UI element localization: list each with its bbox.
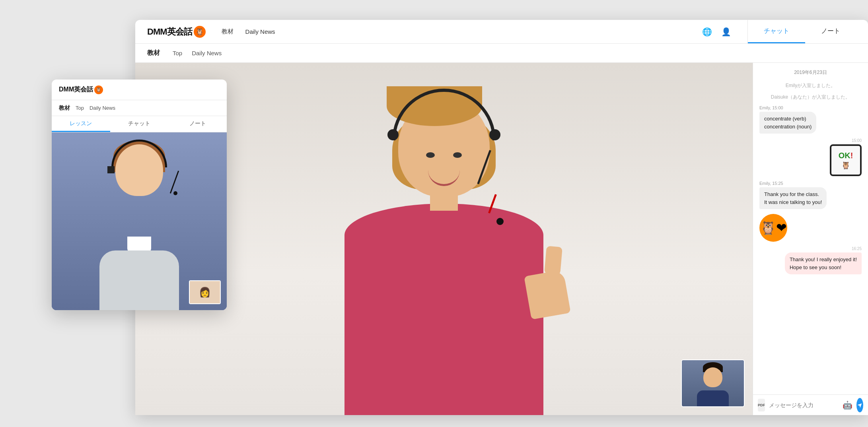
chat-msg-user-reply: 16:25 Thank you! I really enjoyed it!Hop… xyxy=(759,246,862,274)
chat-date: 2019年6月23日 xyxy=(759,69,862,76)
small-video-content: 👩 xyxy=(52,132,227,310)
teacher-torso xyxy=(344,204,543,415)
subnav-link-daily-news[interactable]: Daily News xyxy=(192,50,222,56)
logo-owl-icon: 🦉 xyxy=(194,26,206,38)
nav-link-daily-news[interactable]: Daily News xyxy=(245,28,275,35)
student-pip-inner xyxy=(682,360,744,406)
small-subnav-link-daily-news[interactable]: Daily News xyxy=(90,105,115,111)
small-tab-note[interactable]: ノート xyxy=(168,116,227,132)
teacher-hand xyxy=(524,270,571,320)
chat-sender-emily-1: Emily, 15:00 xyxy=(759,105,783,110)
chat-msg-owl-love: 🦉❤ xyxy=(759,214,862,242)
chat-msg-ok-sticker: 15:00 OK ! 🦉 xyxy=(759,138,862,176)
small-subnav: 教材 Top Daily News xyxy=(52,100,227,116)
small-nav-bar: DMM英会話 🦉 xyxy=(52,80,227,100)
small-tab-chat[interactable]: チャット xyxy=(110,116,169,132)
subnav-link-top[interactable]: Top xyxy=(173,50,182,56)
owl-love-icon: 🦉❤ xyxy=(760,220,787,235)
chat-bubble-emily-1: concentrate (verb)concentration (noun) xyxy=(759,112,816,134)
emoji-icon: 🤖 xyxy=(843,400,852,410)
message-input[interactable] xyxy=(769,402,839,408)
small-headset-ear-left xyxy=(107,166,115,173)
nav-icons: 🌐 👤 xyxy=(701,26,732,37)
ok-text: OK xyxy=(839,151,850,160)
pip-student-body xyxy=(697,390,729,406)
globe-icon[interactable]: 🌐 xyxy=(701,26,712,37)
small-pip-content: 👩 xyxy=(190,281,220,303)
ok-exclaim: ! xyxy=(850,151,853,160)
small-headset-mic-tip xyxy=(173,191,177,195)
send-icon: ➤ xyxy=(855,400,864,410)
small-logo: DMM英会話 🦉 xyxy=(59,85,103,94)
teacher-thumb xyxy=(544,246,562,275)
small-window: DMM英会話 🦉 教材 Top Daily News レッスン チャット ノート xyxy=(52,80,227,310)
ok-sticker: OK ! 🦉 xyxy=(830,144,862,176)
chat-text-concentrate: concentrate (verb)concentration (noun) xyxy=(764,116,812,130)
right-tabs: チャット ノート xyxy=(747,20,856,43)
chat-text-thankyou-emily: Thank you for the class.It was nice talk… xyxy=(764,191,822,205)
ok-sticker-owl: 🦉 xyxy=(841,161,850,170)
small-tab-lesson[interactable]: レッスン xyxy=(52,116,110,132)
small-tabs: レッスン チャット ノート xyxy=(52,116,227,132)
headset-earpiece-right xyxy=(489,129,500,140)
chat-msg-emily-1: Emily, 15:00 concentrate (verb)concentra… xyxy=(759,105,862,134)
small-subnav-title: 教材 xyxy=(59,105,70,112)
scene-wrapper: DMM英会話 🦉 教材 Daily News 🌐 👤 チャット ノート 教材 T… xyxy=(0,0,868,427)
headset-earpiece-left xyxy=(387,129,399,140)
chat-bubble-emily-2: Thank you for the class.It was nice talk… xyxy=(759,187,827,209)
small-pip: 👩 xyxy=(189,280,221,304)
chat-text-user: Thank you! I really enjoyed it!Hope to s… xyxy=(790,256,857,270)
main-nav-links: 教材 Daily News xyxy=(222,28,701,35)
small-student-body xyxy=(99,250,179,310)
main-nav-bar: DMM英会話 🦉 教材 Daily News 🌐 👤 チャット ノート xyxy=(135,20,868,44)
logo-text: DMM英会話 xyxy=(147,26,192,38)
system-msg-daisuke: Daisuke（あなた）が入室しました。 xyxy=(759,94,862,101)
owl-love-sticker: 🦉❤ xyxy=(759,214,787,242)
user-reply-time: 16:25 xyxy=(852,246,862,251)
main-content: 2019年6月23日 Emilyが入室しました。 Daisuke（あなた）が入室… xyxy=(135,63,868,415)
ok-sticker-content: OK ! xyxy=(839,151,853,160)
tab-chat[interactable]: チャット xyxy=(748,20,805,43)
small-student-view: 👩 xyxy=(52,132,227,310)
pdf-button[interactable]: PDF xyxy=(758,399,765,411)
small-subnav-link-top[interactable]: Top xyxy=(76,105,84,111)
student-pip xyxy=(681,359,745,407)
small-student-collar xyxy=(127,237,151,252)
main-logo: DMM英会話 🦉 xyxy=(147,26,206,38)
chat-sender-emily-2: Emily, 15:25 xyxy=(759,181,783,186)
subnav-title: 教材 xyxy=(147,49,160,57)
small-logo-owl-icon: 🦉 xyxy=(94,85,103,94)
send-button[interactable]: ➤ xyxy=(856,398,863,412)
main-subnav: 教材 Top Daily News xyxy=(135,44,868,63)
emoji-button[interactable]: 🤖 xyxy=(843,400,852,411)
tab-note[interactable]: ノート xyxy=(805,20,856,43)
video-area xyxy=(135,63,753,415)
main-window: DMM英会話 🦉 教材 Daily News 🌐 👤 チャット ノート 教材 T… xyxy=(135,20,868,415)
ok-sticker-time: 15:00 xyxy=(852,138,862,143)
small-logo-text: DMM英会話 xyxy=(59,85,93,94)
chat-msg-emily-2: Emily, 15:25 Thank you for the class.It … xyxy=(759,181,862,209)
system-msg-emily: Emilyが入室しました。 xyxy=(759,82,862,89)
video-background xyxy=(135,63,753,415)
chat-messages: 2019年6月23日 Emilyが入室しました。 Daisuke（あなた）が入室… xyxy=(753,63,868,394)
pip-student-head xyxy=(703,367,722,387)
chat-input-bar: PDF 🤖 ➤ xyxy=(753,394,868,415)
pdf-icon-text: PDF xyxy=(758,403,765,407)
chat-bubble-user: Thank you! I really enjoyed it!Hope to s… xyxy=(785,252,862,274)
nav-link-kyozai[interactable]: 教材 xyxy=(222,28,234,35)
headset-mic-tip xyxy=(496,218,504,225)
teacher-figure xyxy=(135,63,753,415)
chat-panel: 2019年6月23日 Emilyが入室しました。 Daisuke（あなた）が入室… xyxy=(753,63,868,415)
user-icon[interactable]: 👤 xyxy=(720,26,732,37)
